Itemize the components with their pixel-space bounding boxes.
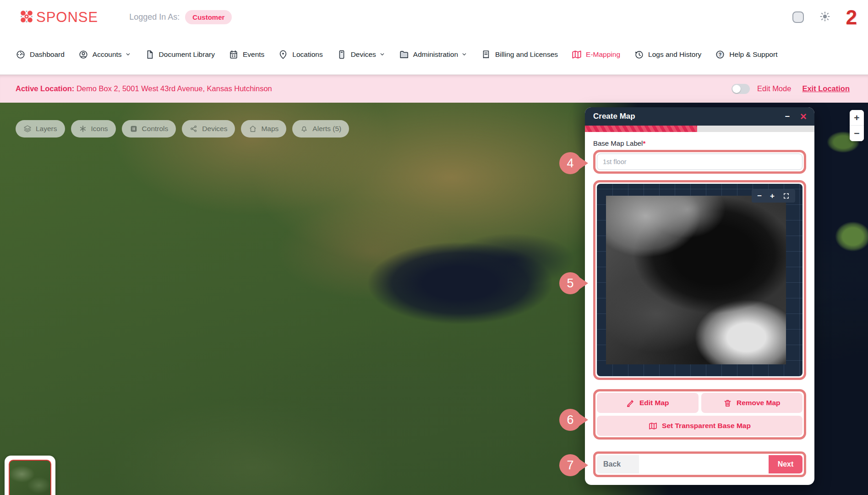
base-map-label: Base Map Label* <box>593 139 806 147</box>
pencil-icon <box>626 399 635 407</box>
role-badge: Customer <box>185 10 232 24</box>
base-map-preview-image <box>606 196 786 364</box>
preview-zoom-in-button[interactable]: + <box>770 192 775 200</box>
footer-spacer <box>639 455 769 473</box>
svg-text:?: ? <box>719 52 721 57</box>
required-asterisk: * <box>643 139 645 147</box>
annotation-marker-7: 7 <box>559 454 581 476</box>
wizard-progress-fill <box>585 126 697 132</box>
edit-map-button[interactable]: Edit Map <box>597 393 699 413</box>
asterisk-icon <box>79 125 87 133</box>
nav-item-events[interactable]: Events <box>229 50 264 60</box>
wizard-progress-bar <box>585 126 814 132</box>
hub-icon <box>190 125 198 133</box>
main-nav: Dashboard Accounts Document Library Even… <box>0 34 868 75</box>
remove-map-button[interactable]: Remove Map <box>701 393 803 413</box>
nav-item-billing-licenses[interactable]: Billing and Licenses <box>481 50 558 60</box>
annotation-ring-actions: Edit Map Remove Map Set Transparent Base… <box>593 389 806 440</box>
map-toolbar-devices[interactable]: Devices <box>182 120 235 138</box>
dashboard-gauge-icon <box>16 50 26 60</box>
map-toolbar-maps[interactable]: Maps <box>241 120 286 138</box>
map-pin-icon <box>278 50 288 60</box>
chevron-down-icon <box>379 51 385 57</box>
nav-item-dashboard[interactable]: Dashboard <box>16 50 65 60</box>
map-icon <box>572 50 582 60</box>
nav-item-document-library[interactable]: Document Library <box>145 50 215 60</box>
map-toolbar-icons[interactable]: Icons <box>71 120 116 138</box>
toggle-knob <box>732 85 741 93</box>
minimap-thumbnail <box>9 460 51 495</box>
create-map-panel-header[interactable]: Create Map − ✕ <box>585 107 814 126</box>
next-button[interactable]: Next <box>769 455 802 473</box>
folder-icon <box>399 50 409 60</box>
annotation-marker-5: 5 <box>559 272 581 294</box>
map-zoom-out-button[interactable]: − <box>850 126 864 141</box>
chevron-down-icon <box>461 51 467 57</box>
logged-in-as-label: Logged In As: <box>129 12 180 22</box>
map-toolbar-controls[interactable]: Controls <box>122 120 176 138</box>
controls-sliders-icon <box>130 125 138 133</box>
annotation-ring-footer: Back Next <box>593 451 806 477</box>
create-map-panel: Create Map − ✕ Base Map Label* − + <box>585 107 814 485</box>
fullscreen-icon[interactable] <box>783 192 790 199</box>
annotation-ring-input <box>593 150 806 174</box>
minimap-card[interactable] <box>5 456 55 495</box>
annotation-marker-4: 4 <box>559 152 581 174</box>
x-logo-icon <box>20 10 33 25</box>
nav-item-accounts[interactable]: Accounts <box>78 50 131 60</box>
map-icon <box>649 422 657 430</box>
exit-location-link[interactable]: Exit Location <box>802 84 850 93</box>
active-location-banner: Active Location: Demo Box 2, 5001 West 4… <box>0 75 868 103</box>
map-zoom-in-button[interactable]: + <box>850 110 864 126</box>
base-map-label-input[interactable] <box>597 154 802 170</box>
nav-item-devices[interactable]: Devices <box>337 50 385 60</box>
nav-item-logs-history[interactable]: Logs and History <box>634 50 701 60</box>
map-zoom-control: + − <box>850 110 864 141</box>
chevron-down-icon <box>125 51 131 57</box>
logo-wordmark: SPONSE <box>36 9 98 26</box>
edit-mode-toggle[interactable] <box>732 84 750 94</box>
edit-mode-label: Edit Mode <box>757 84 791 93</box>
nav-item-administration[interactable]: Administration <box>399 50 467 60</box>
nav-item-e-mapping[interactable]: E-Mapping <box>572 50 620 60</box>
minimize-icon[interactable]: − <box>785 112 790 121</box>
map-toolbar-layers[interactable]: Layers <box>16 120 65 138</box>
map-toolbar: Layers Icons Controls Devices Maps Alert… <box>16 120 349 138</box>
home-map-icon <box>249 125 257 133</box>
annotation-marker-6: 6 <box>559 409 581 431</box>
receipt-icon <box>481 50 491 60</box>
calendar-icon <box>229 50 239 60</box>
app-header: SPONSE Logged In As: Customer 2 <box>0 0 868 34</box>
nav-item-locations[interactable]: Locations <box>278 50 322 60</box>
panel-title: Create Map <box>593 112 635 121</box>
accounts-person-icon <box>78 50 88 60</box>
app-logo[interactable]: SPONSE <box>20 9 98 26</box>
trash-icon <box>723 399 732 407</box>
bell-icon <box>300 125 308 133</box>
active-location-address: Demo Box 2, 5001 West 43rd Avenue, Kansa… <box>76 84 272 93</box>
scan-frame-icon[interactable] <box>792 11 804 23</box>
annotation-ring-preview: − + <box>593 180 806 380</box>
document-icon <box>145 50 155 60</box>
back-button[interactable]: Back <box>597 455 639 473</box>
brand-number-logo: 2 <box>846 7 857 28</box>
close-icon[interactable]: ✕ <box>800 112 807 121</box>
help-question-icon: ? <box>715 50 725 60</box>
map-toolbar-alerts[interactable]: Alerts (5) <box>292 120 349 138</box>
device-icon <box>337 50 347 60</box>
active-location-text: Active Location: Demo Box 2, 5001 West 4… <box>16 84 272 93</box>
preview-zoom-out-button[interactable]: − <box>757 192 762 200</box>
active-location-label: Active Location: <box>16 84 74 93</box>
base-map-preview[interactable]: − + <box>597 184 802 376</box>
theme-sun-icon[interactable] <box>819 11 830 24</box>
nav-item-help-support[interactable]: ? Help & Support <box>715 50 777 60</box>
set-transparent-base-map-button[interactable]: Set Transparent Base Map <box>597 416 802 436</box>
preview-zoom-toolbar: − + <box>752 189 795 203</box>
layers-icon <box>23 125 32 133</box>
history-clock-icon <box>634 50 644 60</box>
